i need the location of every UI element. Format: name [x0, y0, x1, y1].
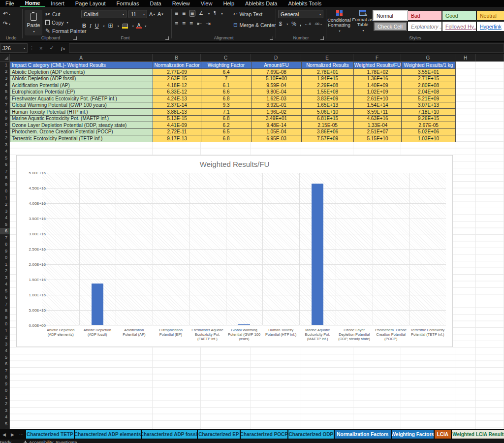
column-header-H[interactable]: H: [455, 54, 476, 62]
table-cell[interactable]: 1.54E+14: [354, 102, 402, 109]
row-header-31[interactable]: 1: [0, 261, 10, 268]
row-header-55[interactable]: 5: [0, 420, 10, 427]
row-header-34[interactable]: 4: [0, 281, 10, 288]
increase-decimal-button[interactable]: ←.0: [305, 22, 311, 26]
column-header-G[interactable]: G: [401, 54, 455, 62]
row-header-14[interactable]: 4: [0, 148, 10, 155]
menu-tab-help[interactable]: Help: [218, 0, 240, 7]
table-cell[interactable]: 4.63E+16: [354, 116, 402, 123]
sheet-tab-characterized-adp-fossil[interactable]: Characterized ADP fossil: [142, 430, 197, 439]
align-left-button[interactable]: ≡: [175, 21, 178, 27]
menu-tab-page-layout[interactable]: Page Layout: [70, 0, 111, 7]
increase-font-button[interactable]: A▲: [149, 10, 156, 18]
fill-color-button[interactable]: [123, 24, 128, 28]
number-dialog-launcher[interactable]: [320, 36, 324, 40]
accessibility-status[interactable]: Accessibility: Investigate: [23, 440, 77, 443]
table-cell[interactable]: 2.04E+08: [402, 89, 456, 96]
row-header-25[interactable]: 5: [0, 221, 10, 228]
sheet-tab-weighting-factors[interactable]: Weighting Factors: [392, 430, 434, 439]
table-cell[interactable]: 6.2: [201, 122, 252, 129]
conditional-formatting-button[interactable]: Conditional Formatting ▾: [327, 10, 351, 32]
font-dialog-launcher[interactable]: [165, 36, 169, 40]
table-cell[interactable]: Acidification Potential (AP): [10, 82, 153, 89]
table-cell[interactable]: 2.63E-15: [153, 76, 201, 83]
row-header-33[interactable]: 3: [0, 274, 10, 281]
row-header-50[interactable]: 0: [0, 387, 10, 394]
row-header-8[interactable]: 8: [0, 108, 10, 115]
column-header-E[interactable]: E: [301, 54, 353, 62]
row-header-45[interactable]: 5: [0, 354, 10, 361]
row-header-12[interactable]: 2: [0, 135, 10, 142]
table-cell[interactable]: 5.02E+06: [402, 129, 456, 136]
row-header-36[interactable]: 6: [0, 294, 10, 301]
table-cell[interactable]: 1.02E+09: [354, 89, 402, 96]
align-top-button[interactable]: ≡: [175, 10, 178, 16]
column-header-blank[interactable]: [476, 54, 504, 62]
merge-center-button[interactable]: ⊟Merge & Center▾: [233, 21, 281, 29]
column-header-C[interactable]: C: [201, 54, 251, 62]
menu-tab-review[interactable]: Review: [167, 0, 195, 7]
name-box[interactable]: J26▾: [0, 43, 28, 53]
row-header-24[interactable]: 4: [0, 215, 10, 222]
table-cell[interactable]: 6.81E+15: [302, 116, 354, 123]
table-header-cell[interactable]: Amount/FU: [252, 62, 302, 69]
table-cell[interactable]: 3.88E-13: [153, 109, 201, 116]
table-header-cell[interactable]: Weighted Results/1 kg: [402, 62, 456, 69]
align-center-button[interactable]: ≡: [182, 21, 186, 27]
row-header-26[interactable]: 6: [0, 228, 10, 235]
cell-style-neutral[interactable]: Neutral: [477, 11, 504, 20]
undo-button[interactable]: ↶▾: [3, 11, 10, 17]
prev-sheet-button[interactable]: ◀: [0, 432, 8, 437]
table-cell[interactable]: 1.94E+15: [302, 76, 354, 83]
table-cell[interactable]: Global Warming Potential (GWP 100 years): [10, 102, 153, 109]
row-header-13[interactable]: 3: [0, 141, 10, 148]
next-sheet-button[interactable]: ▶: [8, 432, 17, 437]
percent-style-button[interactable]: %: [291, 21, 296, 27]
row-header-15[interactable]: 5: [0, 155, 10, 161]
font-family-select[interactable]: Calibri▾: [81, 10, 126, 18]
table-cell[interactable]: 5.06E+10: [302, 109, 354, 116]
row-header-37[interactable]: 7: [0, 301, 10, 308]
chart-bar[interactable]: [312, 184, 323, 325]
sheet-tab-characterized-pocp[interactable]: Characterized POCP: [241, 430, 287, 439]
menu-tab-data[interactable]: Data: [144, 0, 166, 7]
enter-icon[interactable]: ✓: [46, 45, 57, 51]
column-header-D[interactable]: D: [251, 54, 301, 62]
sheet-tab-lcia[interactable]: LCIA: [435, 430, 451, 439]
row-header-32[interactable]: 2: [0, 268, 10, 275]
align-middle-button[interactable]: ≡: [182, 10, 186, 16]
sheet-grid[interactable]: Impact C ategory (CML)- Weighted Results…: [10, 62, 504, 429]
table-cell[interactable]: 6.4: [201, 69, 252, 76]
borders-button[interactable]: ⊞: [108, 23, 113, 29]
table-cell[interactable]: 6.8: [201, 135, 252, 142]
row-header-46[interactable]: 6: [0, 361, 10, 368]
table-cell[interactable]: 2.37E-14: [153, 102, 201, 109]
table-cell[interactable]: 2.61E+10: [354, 95, 402, 102]
comma-style-button[interactable]: ,: [300, 21, 301, 27]
table-cell[interactable]: 2.78E+01: [302, 69, 354, 76]
row-header-28[interactable]: 8: [0, 241, 10, 248]
sheet-tab-characterized-ep[interactable]: Characterized EP: [198, 430, 240, 439]
table-cell[interactable]: 6.5: [201, 129, 252, 136]
table-cell[interactable]: 4.18E-12: [153, 82, 201, 89]
table-cell[interactable]: 3.49E+01: [252, 116, 302, 123]
table-cell[interactable]: Terrestric Ecotoxicity Potential (TETP i…: [10, 135, 153, 142]
table-cell[interactable]: Freshwater Aquatic Ecotoxicity Pot. (FAE…: [10, 95, 153, 102]
font-color-button[interactable]: A: [137, 23, 141, 28]
row-header-38[interactable]: 8: [0, 308, 10, 315]
row-header-44[interactable]: 4: [0, 348, 10, 354]
table-cell[interactable]: 2.15E-05: [302, 122, 354, 129]
table-cell[interactable]: 3.92E-01: [252, 102, 302, 109]
table-cell[interactable]: 1.65E+13: [302, 102, 354, 109]
menu-tab-ablebits-data[interactable]: Ablebits Data: [240, 0, 283, 7]
table-cell[interactable]: 1.33E-04: [354, 122, 402, 129]
row-header-54[interactable]: 4: [0, 414, 10, 421]
row-header-11[interactable]: 1: [0, 128, 10, 135]
align-bottom-button[interactable]: ≡: [189, 10, 195, 16]
decrease-indent-button[interactable]: ⇤: [197, 21, 202, 27]
clipboard-dialog-launcher[interactable]: [73, 36, 77, 40]
table-cell[interactable]: 2.67E-05: [402, 122, 456, 129]
table-cell[interactable]: 6.6: [201, 89, 252, 96]
paste-button[interactable]: Paste ▾: [25, 10, 42, 35]
row-header-18[interactable]: 8: [0, 175, 10, 182]
